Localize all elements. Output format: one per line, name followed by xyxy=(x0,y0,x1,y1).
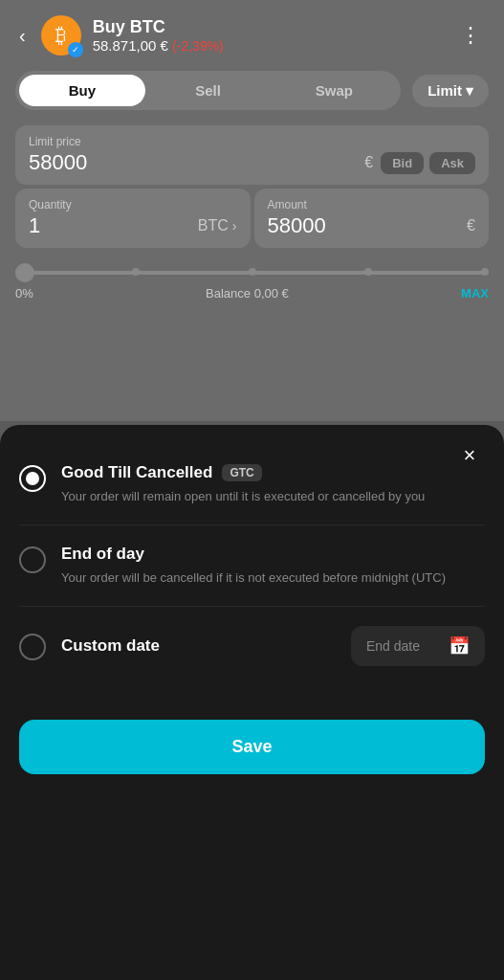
balance-label: Balance 0,00 € xyxy=(206,286,289,301)
tab-group: Buy Sell Swap xyxy=(15,71,401,110)
slider-dot xyxy=(364,268,372,276)
tab-bar: Buy Sell Swap Limit ▾ xyxy=(0,63,504,118)
ask-button[interactable]: Ask xyxy=(429,152,475,174)
chevron-right-icon: › xyxy=(232,218,237,234)
slider-dot xyxy=(249,268,256,276)
limit-price-label: Limit price xyxy=(29,135,475,148)
option-gtc-title-row: Good Till Cancelled GTC xyxy=(61,463,485,482)
quantity-label: Quantity xyxy=(29,198,237,212)
tab-sell[interactable]: Sell xyxy=(145,75,272,106)
price-value: 58.871,00 € xyxy=(93,37,168,54)
slider-dots xyxy=(15,268,489,276)
limit-price-currency: € xyxy=(364,154,373,171)
quantity-card: Quantity 1 BTC › xyxy=(15,189,251,248)
chevron-down-icon: ▾ xyxy=(466,82,473,100)
end-date-button[interactable]: End date 📅 xyxy=(351,626,485,666)
quantity-currency: BTC xyxy=(198,217,229,234)
option-eod[interactable]: End of day Your order will be cancelled … xyxy=(19,525,485,606)
slider-thumb[interactable] xyxy=(15,263,34,282)
slider-area: 0% Balance 0,00 € MAX xyxy=(0,256,504,308)
pct-label: 0% xyxy=(15,286,33,301)
option-eod-title: End of day xyxy=(61,545,144,564)
option-gtc-title: Good Till Cancelled xyxy=(61,463,212,482)
amount-label: Amount xyxy=(268,198,476,212)
close-button[interactable]: × xyxy=(454,440,485,471)
option-gtc-content: Good Till Cancelled GTC Your order will … xyxy=(61,463,485,505)
max-button[interactable]: MAX xyxy=(461,286,489,301)
option-eod-title-row: End of day xyxy=(61,545,485,564)
option-gtc-desc: Your order will remain open until it is … xyxy=(61,488,485,505)
btc-icon: ₿ ✓ xyxy=(41,15,81,56)
amount-card: Amount 58000 € xyxy=(254,189,490,248)
radio-custom[interactable] xyxy=(19,634,46,660)
more-button[interactable]: ⋮ xyxy=(452,19,489,52)
bottom-sheet: × Good Till Cancelled GTC Your order wil… xyxy=(0,425,504,980)
option-eod-content: End of day Your order will be cancelled … xyxy=(61,545,485,587)
amount-currency: € xyxy=(467,217,475,234)
custom-date-title: Custom date xyxy=(61,636,160,656)
option-gtc[interactable]: Good Till Cancelled GTC Your order will … xyxy=(19,444,485,524)
quantity-amount-row: Quantity 1 BTC › Amount 58000 € xyxy=(15,189,489,248)
tab-buy[interactable]: Buy xyxy=(19,75,145,106)
limit-price-card: Limit price 58000 € Bid Ask xyxy=(15,125,489,185)
radio-gtc-inner xyxy=(26,472,39,485)
header-price: 58.871,00 € (-2,39%) xyxy=(93,37,441,54)
quantity-value[interactable]: 1 xyxy=(29,213,194,238)
end-date-label: End date xyxy=(366,638,441,654)
limit-price-value[interactable]: 58000 xyxy=(29,150,357,175)
back-button[interactable]: ‹ xyxy=(15,21,30,51)
bid-button[interactable]: Bid xyxy=(381,152,424,174)
price-change: (-2,39%) xyxy=(172,38,224,54)
radio-eod[interactable] xyxy=(19,546,46,573)
limit-button[interactable]: Limit ▾ xyxy=(412,75,489,107)
cards-area: Limit price 58000 € Bid Ask Quantity 1 B… xyxy=(0,118,504,256)
header-info: Buy BTC 58.871,00 € (-2,39%) xyxy=(93,17,441,54)
slider-dot xyxy=(481,268,489,276)
slider-track[interactable] xyxy=(15,271,489,275)
tab-swap[interactable]: Swap xyxy=(271,75,397,106)
slider-dot xyxy=(132,268,140,276)
custom-date-row: Custom date End date 📅 xyxy=(19,607,485,685)
radio-gtc[interactable] xyxy=(19,465,46,492)
save-button[interactable]: Save xyxy=(19,720,485,774)
option-eod-desc: Your order will be cancelled if it is no… xyxy=(61,569,485,587)
save-area: Save xyxy=(19,704,485,793)
amount-value[interactable]: 58000 xyxy=(268,213,464,238)
header-title: Buy BTC xyxy=(93,17,441,37)
balance-row: 0% Balance 0,00 € MAX xyxy=(15,282,489,304)
calendar-icon: 📅 xyxy=(449,635,470,657)
bid-ask-group: Bid Ask xyxy=(381,152,475,174)
verified-badge: ✓ xyxy=(68,42,83,57)
gtc-badge: GTC xyxy=(222,464,261,481)
